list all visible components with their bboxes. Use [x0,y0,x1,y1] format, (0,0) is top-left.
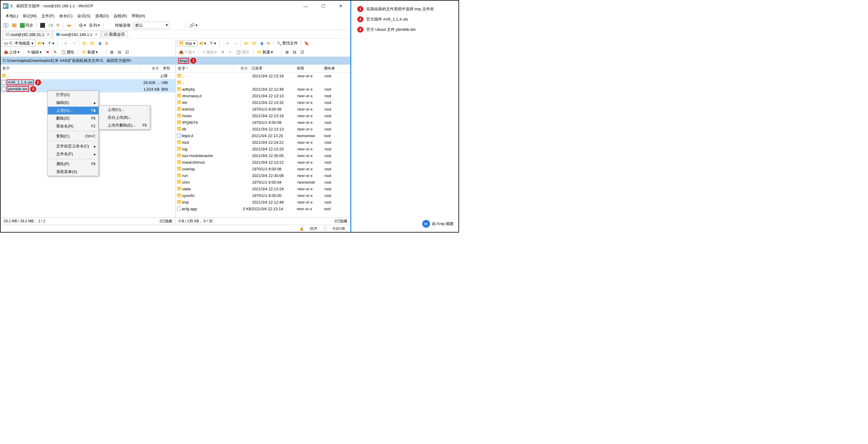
tab-新建会话[interactable]: 新建会话 [101,31,128,38]
open-folder-icon[interactable]: 📂▾ [198,40,208,46]
ctx-系统菜单(S)[interactable]: 系统菜单(S) [48,168,98,176]
terminal-icon[interactable] [39,22,46,28]
ctx-属性(P)[interactable]: 属性(P)F9 [48,160,98,168]
menu-选项(O)[interactable]: 选项(O) [93,13,111,19]
menu-文件(F)[interactable]: 文件(F) [39,13,56,19]
fwd-icon[interactable]: →▾ [68,40,77,46]
collapse-icon[interactable]: ⊟ [291,49,298,55]
tab-close-icon[interactable]: ✕ [95,33,98,36]
file-row[interactable]: etc2021/3/4 22:13:32rwxr-xr-xroot [176,99,351,106]
menu-标记(M)[interactable]: 标记(M) [21,13,39,19]
bookmark-icon[interactable]: 🔖 [303,40,310,46]
new-button[interactable]: 📁新建 ▾ [80,49,100,56]
close-button[interactable]: ✕ [336,2,345,10]
sessions-icon[interactable] [65,22,73,28]
filter-icon[interactable]: ▾ [208,40,217,46]
file-row[interactable]: tmp2021/3/4 22:12:48rwxr-xr-xroot [176,199,351,205]
col-changed[interactable]: 已改变 [250,65,295,72]
ctx-编辑(E)[interactable]: 编辑(E)▸ [48,99,98,106]
context-menu[interactable]: 打开(O)编辑(E)▸上传(U)...F5▸删除(D)F8重命名(R)F2复制(… [48,91,99,176]
find-button[interactable]: 🔍查找文件 [275,40,299,46]
home-icon[interactable] [97,40,103,46]
file-row[interactable]: AX6_1.1.4.ubi228,928 ...UBI [1,79,176,86]
home-icon[interactable] [258,40,265,46]
parent-row[interactable]: ..上级 [1,72,176,79]
panes-icon[interactable] [2,22,10,28]
file-row[interactable]: sysinfo1970/1/1 8:00:05rwxr-xr-xroot [176,192,351,199]
back-icon[interactable]: ←▾ [221,40,230,46]
select-icon[interactable]: ☑ [299,49,306,55]
filter-icon[interactable]: ▾ [46,40,56,46]
col-name[interactable]: 名字 ^ [176,65,233,72]
up-icon[interactable]: 📁 [243,40,250,46]
menu-命令(C)[interactable]: 命令(C) [57,13,74,19]
col-size[interactable]: 大小 [140,65,161,72]
root-icon[interactable]: 📁 [89,40,96,46]
ctx-复制(C)[interactable]: 复制(C)Ctrl+C [48,132,98,140]
ctx-重命名(R)[interactable]: 重命名(R)F2 [48,122,98,130]
ctx-上传(U)...[interactable]: 上传(U)...F5▸ [48,106,98,115]
upload-submenu[interactable]: 上传(U)...后台上传(B)...上传并删除(E)...F6 [99,105,150,130]
col-name[interactable]: 名字 [1,65,140,72]
sync-browse-icon[interactable] [10,22,18,28]
menu-远程(R)[interactable]: 远程(R) [112,13,129,19]
file-row[interactable]: mwan3rtmon2021/3/4 22:13:22rwxr-xr-xroot [176,159,351,165]
remote-file-list[interactable]: .. 2021/3/4 22:13:18 rwxr-xr-x root ..ad… [176,72,351,218]
file-row[interactable]: shm1970/1/1 8:00:04rwxrwxrwtroot [176,179,351,186]
ctx-删除(D)[interactable]: 删除(D)F8 [48,115,98,122]
ctx-打开(O)[interactable]: 打开(O) [48,91,98,99]
tab-root@192.168.1.1[interactable]: root@192.168.1.1✕ [53,31,101,38]
refresh-remote-icon[interactable]: ↻ [266,40,272,46]
upload-button[interactable]: 📤上传 ▾ [2,49,22,56]
rename-icon[interactable]: ✎ [52,49,59,55]
parent-row[interactable]: .. 2021/3/4 22:13:18 rwxr-xr-x root [176,72,351,79]
file-row[interactable]: .. [176,79,351,86]
edit-button[interactable]: ✎编辑 ▾ [25,49,43,56]
log-icon[interactable]: 📄 [322,226,328,231]
file-row[interactable]: hosts2021/3/4 22:13:19rwxr-xr-xroot [176,113,351,119]
delete-icon[interactable]: ✖ [44,49,51,55]
back-icon[interactable]: ←▾ [60,40,68,46]
file-row[interactable]: luci-modulecache2021/3/4 22:30:05rwxr-xr… [176,152,351,159]
collapse-icon[interactable]: ⊟ [116,49,123,55]
local-drive-combo[interactable]: C: 本地磁盘 ▾ [2,39,36,47]
file-row[interactable]: lib2021/3/4 22:13:13rwxr-xr-xroot [176,126,351,132]
menu-本地(L)[interactable]: 本地(L) [4,13,20,19]
menu-会话(S)[interactable]: 会话(S) [75,13,92,19]
file-row[interactable]: dnsmasq.d2021/3/4 22:13:13rwxr-xr-xroot [176,92,351,99]
file-row[interactable]: run2021/3/4 22:30:08rwxr-xr-xroot [176,172,351,179]
queue-button[interactable]: 队列 ▾ [88,22,101,29]
file-row[interactable]: IPQ80741970/1/1 8:00:09rwxr-xr-xroot [176,119,351,126]
file-row[interactable]: lock2021/3/4 22:24:22rwxr-xr-xroot [176,139,351,146]
up-icon[interactable]: 📁 [81,40,88,46]
file-row[interactable]: acfg-app0 KB2021/3/4 22:13:14rwxr-xr-xro… [176,205,351,212]
sync-button[interactable]: 同步 [19,22,34,29]
transfer-preset-dropdown[interactable]: 默认▾ [133,22,169,29]
props-button[interactable]: 📋属性 [59,49,76,56]
edit-button[interactable]: ✎编辑 ▾ [200,49,219,56]
refresh-local-icon[interactable]: ↻ [104,40,110,46]
col-size[interactable]: 大小 [233,65,250,72]
reconnect-icon[interactable]: 🔗▾ [188,22,199,29]
tab-root@192.168.31.1[interactable]: root@192.168.31.1✕ [2,31,53,38]
sub-后台上传(B)...[interactable]: 后台上传(B)... [99,114,150,121]
minimize-button[interactable]: — [302,2,310,10]
col-owner[interactable]: 拥有者 [322,65,351,72]
tab-close-icon[interactable]: ✕ [47,33,50,36]
settings-icon[interactable]: ▾ [77,22,87,28]
sub-上传(U)...[interactable]: 上传(U)... [99,106,150,114]
file-row[interactable]: extroot1970/1/1 8:00:08rwxr-xr-xroot [176,106,351,113]
sub-上传并删除(E)...[interactable]: 上传并删除(E)...F6 [99,121,150,129]
open-folder-icon[interactable]: 📂▾ [36,40,45,46]
col-perms[interactable]: 权限 [295,65,322,72]
file-row[interactable]: lldpd.d2021/3/4 22:13:20rwxrwxrwxroot [176,132,351,139]
download-button[interactable]: 📥下载 ▾ [177,49,196,56]
expand-icon[interactable]: ⊞ [284,49,290,55]
remote-dir-combo[interactable]: tmp ▾ [177,40,198,46]
ctx-文件自定义命令(C)[interactable]: 文件自定义命令(C)▸ [48,142,98,150]
maximize-button[interactable]: ☐ [319,2,328,10]
menu-帮助(H)[interactable]: 帮助(H) [130,13,147,19]
compare-icon[interactable] [47,22,54,28]
ctx-文件名(F)[interactable]: 文件名(F)▸ [48,150,98,158]
col-type[interactable]: 类型 [161,65,176,72]
